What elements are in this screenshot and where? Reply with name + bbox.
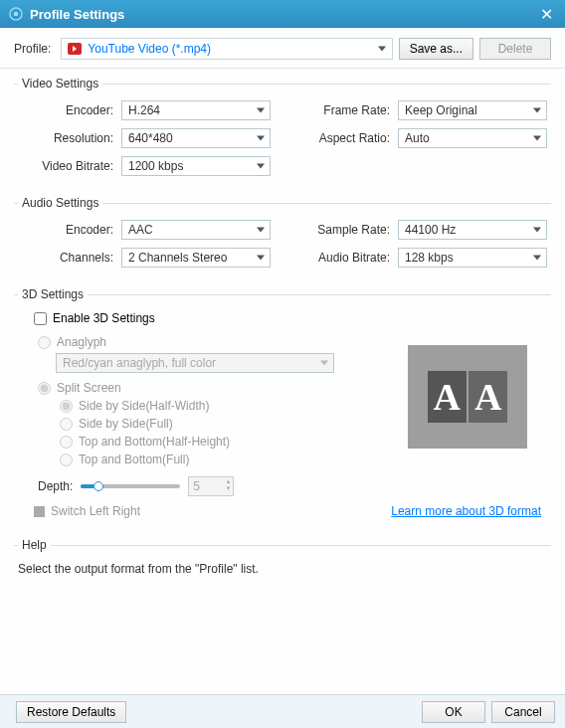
chevron-down-icon (533, 108, 541, 113)
chevron-down-icon (533, 136, 541, 141)
ok-button[interactable]: OK (422, 701, 485, 723)
sbs-full-radio[interactable]: Side by Side(Full) (60, 417, 408, 431)
enable-3d-checkbox[interactable]: Enable 3D Settings (34, 311, 547, 325)
video-encoder-select[interactable]: H.264 (121, 100, 271, 120)
title-bar: Profile Settings ✕ (0, 0, 565, 28)
framerate-select[interactable]: Keep Original (398, 100, 547, 120)
audio-settings-group: Audio Settings Encoder:AAC Sample Rate:4… (14, 196, 551, 281)
channels-label: Channels: (18, 251, 113, 265)
tb-full-radio[interactable]: Top and Bottom(Full) (60, 453, 408, 466)
chevron-down-icon (533, 228, 541, 233)
video-settings-group: Video Settings Encoder:H.264 Frame Rate:… (14, 77, 551, 190)
sbs-half-radio[interactable]: Side by Side(Half-Width) (60, 399, 408, 413)
profile-label: Profile: (14, 42, 51, 56)
video-bitrate-label: Video Bitrate: (18, 159, 113, 173)
chevron-down-icon (257, 164, 265, 169)
preview-letter-right: A (469, 371, 507, 423)
audio-legend: Audio Settings (18, 196, 102, 210)
3d-preview: A A (408, 345, 527, 449)
3d-settings-group: 3D Settings Enable 3D Settings Anaglyph … (14, 287, 551, 532)
switch-lr-checkbox[interactable]: Switch Left Right (34, 504, 140, 518)
spinner-arrows-icon[interactable]: ▲▼ (225, 478, 231, 492)
chevron-down-icon (257, 136, 265, 141)
window-title: Profile Settings (30, 7, 536, 22)
chevron-down-icon (257, 256, 265, 261)
cancel-button[interactable]: Cancel (491, 701, 555, 723)
audio-encoder-label: Encoder: (18, 223, 113, 237)
anaglyph-radio[interactable]: Anaglyph (38, 335, 408, 349)
resolution-label: Resolution: (18, 131, 113, 145)
save-as-button[interactable]: Save as... (399, 38, 473, 60)
help-legend: Help (18, 538, 51, 552)
anaglyph-mode-select[interactable]: Red/cyan anaglyph, full color (56, 353, 334, 373)
svg-point-1 (14, 12, 18, 16)
samplerate-label: Sample Rate: (294, 223, 390, 237)
audio-bitrate-label: Audio Bitrate: (294, 251, 390, 265)
youtube-icon (68, 43, 82, 55)
chevron-down-icon (257, 228, 265, 233)
samplerate-select[interactable]: 44100 Hz (398, 220, 547, 240)
help-group: Help Select the output format from the "… (14, 538, 551, 590)
video-bitrate-select[interactable]: 1200 kbps (121, 156, 271, 176)
audio-bitrate-select[interactable]: 128 kbps (398, 248, 547, 268)
chevron-down-icon (320, 361, 328, 366)
preview-letter-left: A (428, 371, 467, 423)
tb-half-radio[interactable]: Top and Bottom(Half-Height) (60, 435, 408, 449)
chevron-down-icon (257, 108, 265, 113)
help-text: Select the output format from the "Profi… (18, 562, 547, 576)
profile-value: YouTube Video (*.mp4) (88, 42, 211, 56)
profile-select[interactable]: YouTube Video (*.mp4) (61, 38, 392, 60)
chevron-down-icon (533, 256, 541, 261)
aspect-select[interactable]: Auto (398, 128, 547, 148)
framerate-label: Frame Rate: (294, 103, 390, 117)
settings-icon (8, 6, 24, 22)
video-encoder-label: Encoder: (18, 103, 113, 117)
chevron-down-icon (378, 47, 386, 52)
aspect-label: Aspect Ratio: (294, 131, 390, 145)
audio-encoder-select[interactable]: AAC (121, 220, 271, 240)
close-icon[interactable]: ✕ (536, 5, 557, 24)
profile-row: Profile: YouTube Video (*.mp4) Save as..… (0, 28, 565, 69)
depth-slider[interactable] (81, 484, 180, 488)
restore-defaults-button[interactable]: Restore Defaults (16, 701, 126, 723)
depth-spinner[interactable]: 5▲▼ (188, 476, 234, 496)
resolution-select[interactable]: 640*480 (121, 128, 271, 148)
depth-label: Depth: (38, 479, 73, 493)
video-legend: Video Settings (18, 77, 102, 91)
3d-legend: 3D Settings (18, 287, 88, 301)
footer: Restore Defaults OK Cancel (0, 694, 565, 728)
split-screen-radio[interactable]: Split Screen (38, 381, 408, 395)
learn-more-link[interactable]: Learn more about 3D format (391, 504, 541, 518)
delete-button[interactable]: Delete (479, 38, 551, 60)
channels-select[interactable]: 2 Channels Stereo (121, 248, 271, 268)
slider-thumb[interactable] (94, 481, 103, 491)
